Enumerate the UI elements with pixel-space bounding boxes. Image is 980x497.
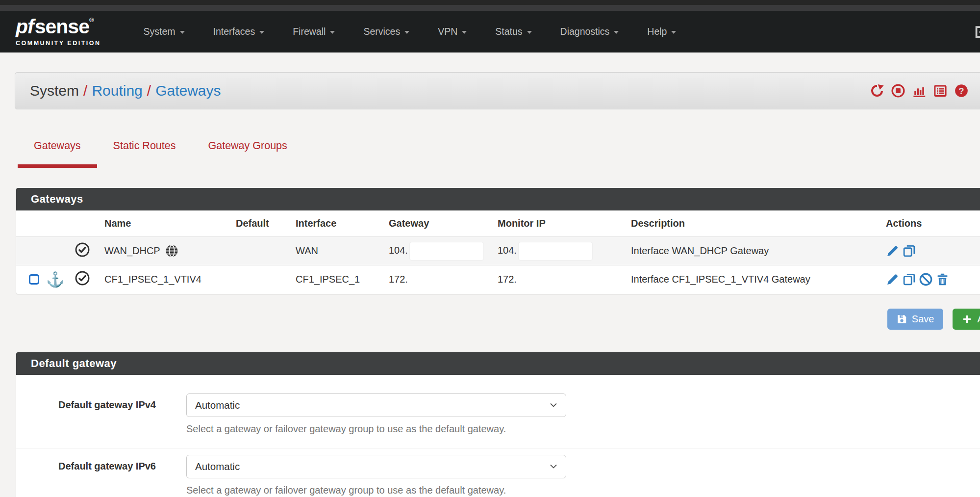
globe-icon xyxy=(165,244,178,258)
refresh-icon[interactable] xyxy=(870,84,884,98)
gateway-interface: CF1_IPSEC_1 xyxy=(292,265,385,294)
pfsense-edition-label: COMMUNITY EDITION xyxy=(16,40,101,47)
redacted-value xyxy=(410,242,483,260)
table-row: WAN_DHCP WAN 104. 104. Interface WAN_DHC… xyxy=(16,237,980,265)
tab-gateways[interactable]: Gateways xyxy=(18,140,97,168)
header-action-icons: ? xyxy=(870,84,968,98)
window-chrome-strip2 xyxy=(0,5,980,11)
chevron-down-icon xyxy=(550,463,557,471)
disable-icon[interactable] xyxy=(919,273,932,286)
page-header-bar: System/Routing/Gateways ? xyxy=(15,72,980,109)
selected-value: Automatic xyxy=(195,399,240,411)
breadcrumb-gateways-link[interactable]: Gateways xyxy=(155,82,221,99)
gateway-description: Interface WAN_DHCP Gateway xyxy=(627,237,882,265)
chevron-down-icon xyxy=(550,401,557,409)
col-name: Name xyxy=(101,210,232,237)
col-default: Default xyxy=(232,210,292,237)
default-gateway-ipv4-select[interactable]: Automatic xyxy=(186,393,566,417)
add-button[interactable]: Add xyxy=(953,309,980,330)
log-list-icon[interactable] xyxy=(933,84,947,98)
plus-icon xyxy=(962,314,972,324)
caret-down-icon xyxy=(330,31,335,34)
gateway-name: CF1_IPSEC_1_VTIV4 xyxy=(101,265,232,294)
caret-down-icon xyxy=(404,31,409,34)
menu-vpn[interactable]: VPN xyxy=(424,26,481,37)
stop-circle-icon[interactable] xyxy=(891,84,905,98)
action-buttons-row: Save Add xyxy=(0,309,980,330)
col-interface: Interface xyxy=(292,210,385,237)
caret-down-icon xyxy=(180,31,185,34)
form-row-ipv4: Default gateway IPv4 Automatic Select a … xyxy=(16,387,980,448)
gateway-default-flag xyxy=(232,265,292,294)
caret-down-icon xyxy=(259,31,264,34)
default-gateway-ipv6-select[interactable]: Automatic xyxy=(186,455,566,478)
table-header-row: Name Default Interface Gateway Monitor I… xyxy=(16,210,980,237)
caret-down-icon xyxy=(614,31,619,34)
caret-down-icon xyxy=(462,31,467,34)
routing-tabs: Gateways Static Routes Gateway Groups xyxy=(18,140,980,168)
table-row: ⚓ CF1_IPSEC_1_VTIV4 CF1_IPSEC_1 172. 172… xyxy=(16,265,980,294)
check-circle-icon xyxy=(75,242,90,257)
save-button[interactable]: Save xyxy=(887,309,944,330)
gateway-description: Interface CF1_IPSEC_1_VTIV4 Gateway xyxy=(627,265,882,294)
svg-text:?: ? xyxy=(958,86,964,96)
gateway-address: 172. xyxy=(385,265,494,294)
top-navbar: pfsense® COMMUNITY EDITION System Interf… xyxy=(0,11,980,52)
help-icon[interactable]: ? xyxy=(955,84,968,98)
check-circle-icon xyxy=(75,271,90,286)
col-gateway: Gateway xyxy=(385,210,494,237)
tab-static-routes[interactable]: Static Routes xyxy=(97,140,192,168)
anchor-icon: ⚓ xyxy=(46,272,64,287)
row-actions xyxy=(886,273,980,286)
row-left-icons: ⚓ xyxy=(20,272,67,287)
edit-icon[interactable] xyxy=(886,244,899,258)
default-gateway-panel: Default gateway Default gateway IPv4 Aut… xyxy=(16,352,980,497)
caret-down-icon xyxy=(527,31,532,34)
pfsense-logo[interactable]: pfsense® COMMUNITY EDITION xyxy=(16,17,101,47)
tab-gateway-groups[interactable]: Gateway Groups xyxy=(192,140,303,168)
page: pfsense® COMMUNITY EDITION System Interf… xyxy=(0,0,980,497)
gateways-table: Name Default Interface Gateway Monitor I… xyxy=(16,210,980,294)
main-menu: System Interfaces Firewall Services VPN … xyxy=(129,26,691,37)
col-description: Description xyxy=(627,210,882,237)
square-icon[interactable] xyxy=(29,274,39,285)
save-icon xyxy=(897,314,907,324)
gateway-interface: WAN xyxy=(292,237,385,265)
caret-down-icon xyxy=(671,31,676,34)
menu-system[interactable]: System xyxy=(129,26,199,37)
gateway-name: WAN_DHCP xyxy=(104,245,160,257)
breadcrumb: System/Routing/Gateways xyxy=(30,82,221,99)
menu-interfaces[interactable]: Interfaces xyxy=(199,26,279,37)
breadcrumb-routing-link[interactable]: Routing xyxy=(92,82,142,99)
bar-chart-icon[interactable] xyxy=(912,84,926,98)
row-actions xyxy=(886,244,980,258)
form-row-ipv6: Default gateway IPv6 Automatic Select a … xyxy=(16,448,980,497)
menu-help[interactable]: Help xyxy=(633,26,690,37)
sign-out-icon[interactable] xyxy=(974,25,980,39)
menu-diagnostics[interactable]: Diagnostics xyxy=(546,26,633,37)
copy-icon[interactable] xyxy=(903,273,916,286)
gateway-monitor-ip: 172. xyxy=(494,265,627,294)
pfsense-logo-text: pfsense® xyxy=(16,17,101,37)
gateway-address: 104. xyxy=(385,237,494,265)
edit-icon[interactable] xyxy=(886,273,899,286)
help-text: Select a gateway or failover gateway gro… xyxy=(186,485,566,496)
menu-services[interactable]: Services xyxy=(349,26,424,37)
breadcrumb-system: System xyxy=(30,82,79,99)
default-gateway-panel-title: Default gateway xyxy=(16,352,980,375)
default-gateway-form: Default gateway IPv4 Automatic Select a … xyxy=(16,375,980,497)
redacted-value xyxy=(519,242,592,260)
delete-icon[interactable] xyxy=(936,273,949,286)
copy-icon[interactable] xyxy=(903,244,916,258)
default-gateway-ipv6-label: Default gateway IPv6 xyxy=(16,455,156,496)
gateway-default-flag xyxy=(232,237,292,265)
menu-status[interactable]: Status xyxy=(481,26,546,37)
selected-value: Automatic xyxy=(195,461,240,472)
col-actions: Actions xyxy=(882,210,980,237)
col-monitor-ip: Monitor IP xyxy=(494,210,627,237)
default-gateway-ipv4-label: Default gateway IPv4 xyxy=(16,393,156,435)
help-text: Select a gateway or failover gateway gro… xyxy=(186,423,566,435)
window-chrome-strip xyxy=(0,0,980,5)
menu-firewall[interactable]: Firewall xyxy=(278,26,349,37)
gateways-panel-title: Gateways xyxy=(16,188,980,210)
